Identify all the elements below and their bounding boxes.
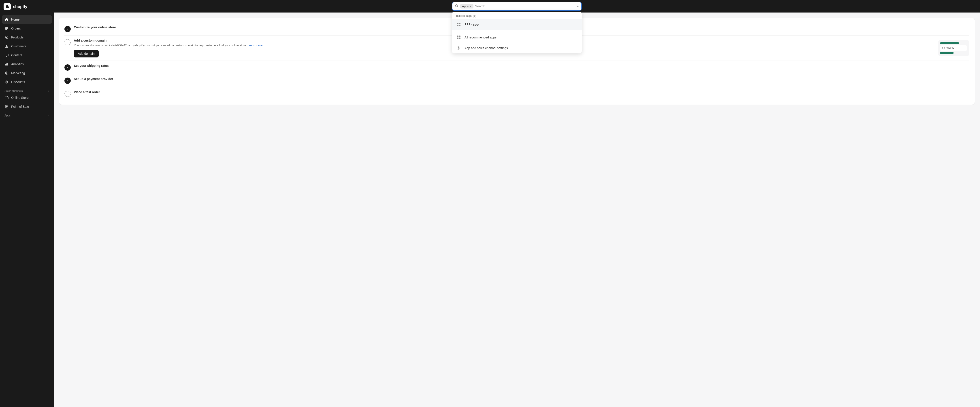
svg-point-13 (7, 82, 7, 83)
sidebar: shopify Home Orders (0, 0, 54, 407)
search-tag: Apps × (460, 4, 473, 8)
sales-channels-chevron: › (48, 90, 49, 92)
apps-section-label: Apps (5, 114, 11, 117)
sidebar-item-pos-label: Point of Sale (11, 105, 29, 108)
svg-point-18 (455, 5, 458, 7)
domain-title: Add a custom domain (74, 39, 262, 42)
sales-channels-label: Sales channels (5, 89, 22, 92)
sidebar-item-home[interactable]: Home (2, 15, 52, 24)
test-order-text: Place a test order (74, 90, 100, 95)
sidebar-item-pos[interactable]: Point of Sale (2, 102, 52, 111)
sales-channels-section[interactable]: Sales channels › (2, 87, 52, 93)
sidebar-item-home-label: Home (11, 17, 19, 21)
svg-rect-6 (5, 54, 8, 56)
app-settings-item[interactable]: App and sales channel settings (452, 43, 582, 54)
payment-text: Set up a payment provider (74, 77, 113, 82)
apps-section[interactable]: Apps › (2, 111, 52, 118)
logo-text: shopify (13, 5, 27, 9)
preview-bar-top (940, 42, 959, 44)
sidebar-item-customers-label: Customers (11, 44, 26, 48)
svg-rect-25 (457, 38, 458, 39)
sidebar-item-orders[interactable]: Orders (2, 24, 52, 33)
add-domain-button[interactable]: Add domain (74, 50, 99, 57)
payment-title: Set up a payment provider (74, 77, 113, 81)
svg-rect-23 (457, 36, 458, 37)
svg-point-10 (5, 72, 8, 74)
app-settings-icon (455, 45, 462, 51)
sidebar-item-discounts[interactable]: Discounts (2, 78, 52, 86)
sidebar-item-online-store[interactable]: Online Store (2, 93, 52, 102)
shipping-status-icon: ✓ (64, 64, 71, 71)
preview-www-bar: WWW (940, 45, 967, 51)
filter-icon[interactable]: ≡ (577, 5, 579, 8)
page-content: ✓ Customize your online store Add a cust… (54, 13, 980, 407)
setup-item-shipping: ✓ Set your shipping rates (64, 61, 969, 74)
shopify-logo-icon (3, 3, 11, 10)
sidebar-item-content[interactable]: Content (2, 51, 52, 59)
learn-more-link[interactable]: Learn more (248, 44, 262, 47)
installed-app-name: ***-app (465, 22, 479, 27)
search-icon (455, 4, 458, 8)
search-overlay: Apps × ≡ Installed apps (1) (452, 2, 582, 54)
online-store-icon (5, 95, 9, 100)
svg-rect-7 (5, 64, 6, 65)
domain-preview-graphic: WWW (938, 40, 969, 56)
svg-rect-16 (6, 106, 8, 107)
search-tag-close[interactable]: × (470, 5, 472, 8)
marketing-icon (5, 71, 9, 75)
preview-bar-bottom (940, 52, 954, 54)
setup-item-payment: ✓ Set up a payment provider (64, 74, 969, 87)
nav-menu: Home Orders Products (0, 13, 54, 407)
svg-rect-8 (6, 63, 7, 65)
logo-area[interactable]: shopify (0, 0, 54, 13)
sidebar-item-analytics[interactable]: Analytics (2, 60, 52, 68)
all-recommended-apps-item[interactable]: All recommended apps (452, 32, 582, 43)
domain-status-icon (64, 39, 71, 45)
dropdown-divider (452, 31, 582, 31)
topbar: Apps × ≡ Installed apps (1) (54, 0, 980, 13)
apps-chevron: › (48, 114, 49, 117)
sidebar-item-marketing-label: Marketing (11, 71, 25, 75)
home-icon (5, 17, 9, 22)
recommended-apps-icon (455, 34, 462, 40)
all-recommended-apps-label: All recommended apps (465, 36, 496, 39)
sidebar-item-online-store-label: Online Store (11, 96, 29, 100)
svg-rect-24 (459, 36, 460, 37)
customize-text: Customize your online store (74, 25, 116, 30)
content-icon (5, 53, 9, 57)
pos-icon (5, 105, 9, 109)
setup-item-test-order: Place a test order (64, 87, 969, 100)
products-icon (5, 35, 9, 40)
installed-app-item[interactable]: ***-app (452, 19, 582, 30)
sidebar-item-products-label: Products (11, 36, 24, 39)
svg-rect-0 (5, 27, 8, 28)
domain-description: Your current domain is quickstart-650e42… (74, 43, 262, 48)
svg-point-5 (6, 45, 7, 46)
svg-rect-2 (5, 29, 7, 30)
search-box[interactable]: Apps × ≡ (452, 2, 582, 11)
customize-title: Customize your online store (74, 25, 116, 29)
app-settings-label: App and sales channel settings (465, 46, 508, 50)
sidebar-item-analytics-label: Analytics (11, 62, 24, 66)
search-tag-label: Apps (462, 5, 469, 8)
installed-apps-label: Installed apps (1) (452, 12, 582, 19)
sidebar-item-products[interactable]: Products (2, 33, 52, 41)
search-input[interactable] (475, 5, 575, 8)
app-grid-icon (455, 21, 462, 28)
domain-text: Add a custom domain Your current domain … (74, 39, 262, 57)
shipping-title: Set your shipping rates (74, 64, 109, 68)
svg-rect-14 (5, 97, 8, 99)
sidebar-item-orders-label: Orders (11, 27, 21, 30)
svg-rect-1 (5, 28, 8, 29)
search-dropdown: Installed apps (1) ***-app (452, 12, 582, 54)
sidebar-item-customers[interactable]: Customers (2, 42, 52, 51)
sidebar-item-marketing[interactable]: Marketing (2, 69, 52, 77)
analytics-icon (5, 62, 9, 67)
shipping-text: Set your shipping rates (74, 64, 109, 68)
svg-point-17 (6, 107, 7, 108)
svg-rect-9 (7, 63, 8, 65)
sidebar-item-discounts-label: Discounts (11, 80, 25, 84)
discounts-icon (5, 80, 9, 84)
svg-rect-21 (457, 25, 458, 26)
main-content: Apps × ≡ Installed apps (1) (54, 0, 980, 407)
